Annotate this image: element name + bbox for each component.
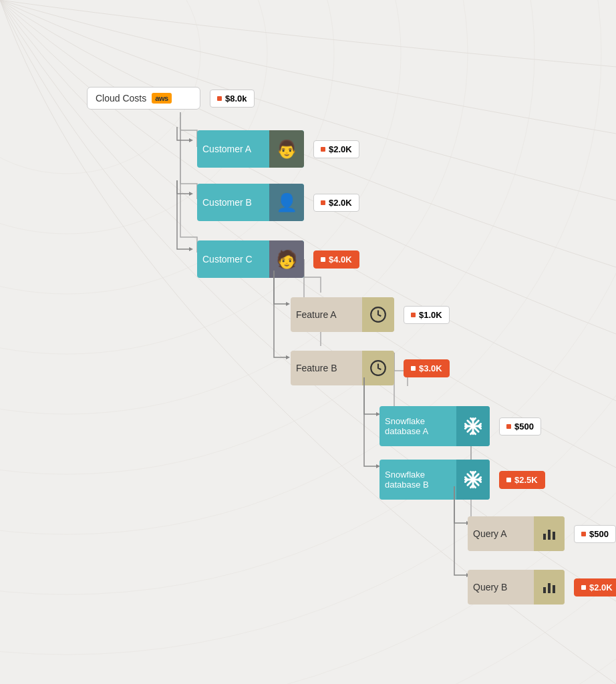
query-b-node: Query B $2.0K <box>468 570 616 605</box>
snowflake-b-cost: $2.5K <box>499 471 545 489</box>
root-cost: $8.0k <box>210 90 255 108</box>
customer-c-cost: $4.0K <box>313 250 359 269</box>
customer-a-photo: 👨 <box>269 130 304 168</box>
cost-dot <box>321 200 325 205</box>
feature-a-label: Feature A <box>291 305 362 325</box>
cost-dot <box>411 366 416 371</box>
svg-rect-47 <box>548 530 551 540</box>
cost-dot <box>506 424 511 429</box>
query-b-box: Query B <box>468 570 565 605</box>
query-b-label: Query B <box>468 577 534 597</box>
snowflake-a-node: Snowflake database A $500 <box>379 406 541 446</box>
aws-logo: aws <box>152 93 171 104</box>
query-a-box: Query A <box>468 516 565 551</box>
svg-rect-50 <box>543 587 546 593</box>
root-node: Cloud Costs aws $8.0k <box>87 87 255 110</box>
customer-a-box: Customer A 👨 <box>197 130 304 168</box>
customer-b-cost: $2.0K <box>313 194 359 212</box>
snowflake-a-label1: Snowflake <box>385 416 451 426</box>
query-b-cost: $2.0K <box>574 578 616 596</box>
query-a-node: Query A $500 <box>468 516 616 551</box>
cost-dot <box>411 313 416 317</box>
feature-a-icon <box>362 297 394 332</box>
customer-b-box: Customer B 👤 <box>197 184 304 221</box>
feature-b-label: Feature B <box>291 358 362 378</box>
query-a-icon <box>534 516 565 551</box>
customer-a-label: Customer A <box>197 139 269 159</box>
query-b-icon <box>534 570 565 605</box>
snowflake-b-label1: Snowflake <box>385 470 451 480</box>
snowflake-a-label2: database A <box>385 426 451 436</box>
customer-a-node: Customer A 👨 $2.0K <box>197 130 359 168</box>
svg-rect-51 <box>548 583 551 593</box>
svg-rect-52 <box>553 585 555 593</box>
customer-c-label: Customer C <box>197 249 269 269</box>
svg-marker-12 <box>189 138 193 142</box>
cost-dot <box>321 147 325 152</box>
customer-a-cost: $2.0K <box>313 140 359 158</box>
customer-b-node: Customer B 👤 $2.0K <box>197 184 359 221</box>
root-box: Cloud Costs aws <box>87 87 200 110</box>
cost-dot <box>321 257 325 262</box>
snowflake-b-label2: database B <box>385 480 451 490</box>
feature-b-cost: $3.0K <box>404 359 450 377</box>
cost-dot <box>217 96 222 101</box>
svg-marker-17 <box>286 355 290 359</box>
snowflake-a-cost: $500 <box>499 417 541 436</box>
cost-dot <box>506 478 511 482</box>
snowflake-a-box: Snowflake database A <box>379 406 490 446</box>
root-label: Cloud Costs <box>96 93 146 104</box>
feature-a-box: Feature A <box>291 297 394 332</box>
cost-dot <box>581 532 586 536</box>
cost-dot <box>581 585 586 590</box>
svg-rect-48 <box>553 532 555 540</box>
feature-a-node: Feature A $1.0K <box>291 297 450 332</box>
svg-rect-46 <box>543 534 546 540</box>
snowflake-a-icon <box>456 406 490 446</box>
customer-b-photo: 👤 <box>269 184 304 221</box>
customer-b-label: Customer B <box>197 192 269 212</box>
svg-marker-14 <box>189 247 193 251</box>
query-a-cost: $500 <box>574 525 616 543</box>
feature-a-cost: $1.0K <box>404 306 450 324</box>
